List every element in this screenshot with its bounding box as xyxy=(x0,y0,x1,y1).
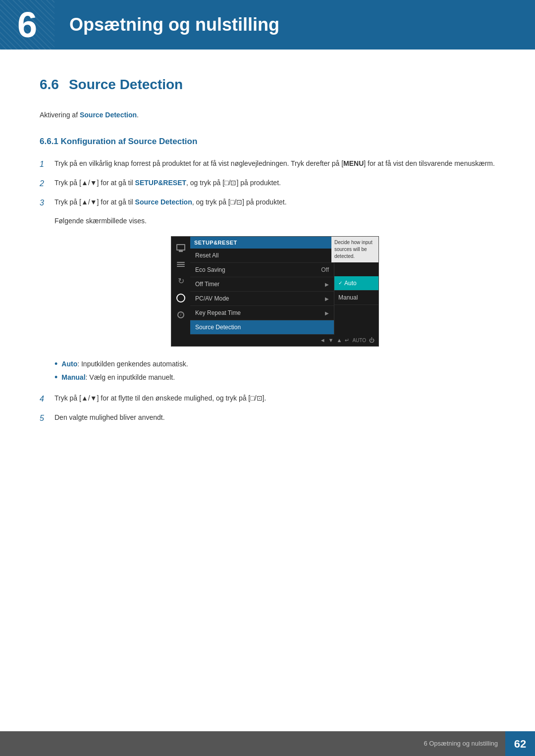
power-icon: ⏻ xyxy=(369,336,374,345)
intro-plain: Aktivering af xyxy=(40,111,80,119)
intro-text: Aktivering af Source Detection. xyxy=(40,110,495,120)
step-5: 5 Den valgte mulighed bliver anvendt. xyxy=(40,412,495,424)
subsection-title: Konfiguration af Source Detection xyxy=(61,137,198,146)
tooltip-box: Decide how input sources will be detecte… xyxy=(331,237,378,262)
submenu-item-manual: Manual xyxy=(334,291,378,305)
menu-item-reset-label: Reset All xyxy=(195,251,218,260)
bullet-manual-label: Manual xyxy=(61,373,85,381)
step-2-keyword: SETUP&RESET xyxy=(135,179,186,187)
bullet-auto-label: Auto xyxy=(61,360,77,368)
menu-item-pcav: PC/AV Mode ▶ xyxy=(190,292,334,306)
menu-header: SETUP&RESET xyxy=(190,237,334,249)
footer-section-label: 6 Opsætning og nulstilling xyxy=(424,739,505,749)
footer-page-number: 62 xyxy=(505,731,535,756)
menu-item-offtimer-label: Off Timer xyxy=(195,280,219,289)
step-5-text: Den valgte mulighed bliver anvendt. xyxy=(54,412,495,423)
menu-item-source: Source Detection xyxy=(190,320,334,335)
monitor-icon xyxy=(174,241,188,254)
step-3: 3 Tryk på [▲/▼] for at gå til Source Det… xyxy=(40,197,495,209)
chapter-number-box: 6 xyxy=(0,0,54,50)
arrow-left-icon: ◄ xyxy=(320,336,325,345)
step-2: 2 Tryk på [▲/▼] for at gå til SETUP&RESE… xyxy=(40,177,495,190)
step-1-number: 1 xyxy=(40,158,49,170)
step-5-number: 5 xyxy=(40,412,49,424)
menu-item-eco-label: Eco Saving xyxy=(195,265,225,274)
step-2-number: 2 xyxy=(40,177,49,190)
section-heading: 6.6 Source Detection xyxy=(40,74,495,95)
bullet-dot-manual: • xyxy=(54,373,57,382)
lines-icon xyxy=(174,257,188,271)
gear-icon xyxy=(174,291,188,305)
menu-item-source-label: Source Detection xyxy=(195,323,241,332)
menu-item-offtimer-arrow: ▶ xyxy=(325,281,329,288)
step-1-text: Tryk på en vilkårlig knap forrest på pro… xyxy=(54,158,495,169)
menu-item-pcav-label: PC/AV Mode xyxy=(195,294,229,303)
page-footer: 6 Opsætning og nulstilling 62 xyxy=(0,731,535,756)
menu-item-eco-value: Off xyxy=(321,265,329,274)
bullet-auto-text: Auto: Inputkilden genkendes automatisk. xyxy=(61,359,188,369)
step-3-subtext: Følgende skærmbillede vises. xyxy=(54,216,495,226)
step-3-text: Tryk på [▲/▼] for at gå til Source Detec… xyxy=(54,197,495,207)
line2 xyxy=(177,264,185,265)
step-2-text: Tryk på [▲/▼] for at gå til SETUP&RESET,… xyxy=(54,177,495,188)
step-3-keyword: Source Detection xyxy=(135,198,192,206)
bullet-list: • Auto: Inputkilden genkendes automatisk… xyxy=(54,359,495,383)
intro-suffix: . xyxy=(137,111,139,119)
menu-panel: ↻ i SETUP&RESET Reset All xyxy=(171,237,378,335)
submenu-check-auto: ✓ xyxy=(338,279,342,287)
submenu-auto-label: Auto xyxy=(344,279,357,288)
chapter-number: 6 xyxy=(17,7,37,43)
step-4: 4 Tryk på [▲/▼] for at flytte til den øn… xyxy=(40,393,495,405)
menu-item-keyrepeat: Key Repeat Time ▶ xyxy=(190,306,334,320)
step-1-key: MENU xyxy=(343,159,364,167)
tooltip-text: Decide how input sources will be detecte… xyxy=(334,240,373,259)
menu-icons-col: ↻ i xyxy=(171,237,190,335)
info-shape: i xyxy=(177,311,184,318)
line3 xyxy=(177,266,185,267)
step-4-number: 4 xyxy=(40,393,49,405)
menu-item-offtimer: Off Timer ▶ xyxy=(190,277,334,292)
bullet-dot-auto: • xyxy=(54,359,57,368)
step-4-text: Tryk på [▲/▼] for at flytte til den ønsk… xyxy=(54,393,495,403)
step-1: 1 Tryk på en vilkårlig knap forrest på p… xyxy=(40,158,495,170)
bullet-auto: • Auto: Inputkilden genkendes automatisk… xyxy=(54,359,495,369)
subsection-heading: 6.6.1 Konfiguration af Source Detection xyxy=(40,135,495,148)
menu-item-keyrepeat-label: Key Repeat Time xyxy=(195,308,241,317)
submenu-item-auto: ✓ Auto xyxy=(334,276,378,291)
gear-shape xyxy=(176,294,185,302)
menu-item-keyrepeat-arrow: ▶ xyxy=(325,309,329,317)
line1 xyxy=(177,262,185,263)
intro-bold: Source Detection xyxy=(80,111,137,119)
menu-content-col: SETUP&RESET Reset All Eco Saving Off Off… xyxy=(190,237,334,335)
menu-item-pcav-arrow: ▶ xyxy=(325,295,329,302)
bullet-manual: • Manual: Vælg en inputkilde manuelt. xyxy=(54,372,495,383)
step-3-number: 3 xyxy=(40,197,49,209)
steps-list: 1 Tryk på en vilkårlig knap forrest på p… xyxy=(40,158,495,209)
menu-item-eco: Eco Saving Off xyxy=(190,263,334,277)
menu-item-reset: Reset All xyxy=(190,249,334,263)
screenshot: ↻ i SETUP&RESET Reset All xyxy=(171,236,379,347)
enter-icon: ↵ xyxy=(345,336,349,345)
refresh-shape: ↻ xyxy=(178,275,184,287)
monitor-shape xyxy=(176,244,185,251)
chapter-title: Opsætning og nulstilling xyxy=(54,11,279,38)
menu-bottom-bar: ◄ ▼ ▲ ↵ AUTO ⏻ xyxy=(171,335,378,346)
steps-list-after: 4 Tryk på [▲/▼] for at flytte til den øn… xyxy=(40,393,495,424)
arrow-down-icon: ▼ xyxy=(328,336,334,345)
lines-shape xyxy=(177,262,185,267)
bullet-manual-text: Manual: Vælg en inputkilde manuelt. xyxy=(61,372,175,383)
header-banner: 6 Opsætning og nulstilling xyxy=(0,0,535,50)
subsection-number: 6.6.1 xyxy=(40,137,58,146)
arrow-up-icon: ▲ xyxy=(337,336,342,345)
info-icon: i xyxy=(174,308,188,322)
page-number: 62 xyxy=(514,736,526,752)
section-number: 6.6 xyxy=(40,74,59,95)
screenshot-container: ↻ i SETUP&RESET Reset All xyxy=(54,236,495,347)
submenu-manual-label: Manual xyxy=(338,293,358,302)
auto-label: AUTO xyxy=(352,337,366,344)
refresh-icon: ↻ xyxy=(174,274,188,288)
main-content: 6.6 Source Detection Aktivering af Sourc… xyxy=(0,50,535,471)
section-title: Source Detection xyxy=(69,74,183,95)
